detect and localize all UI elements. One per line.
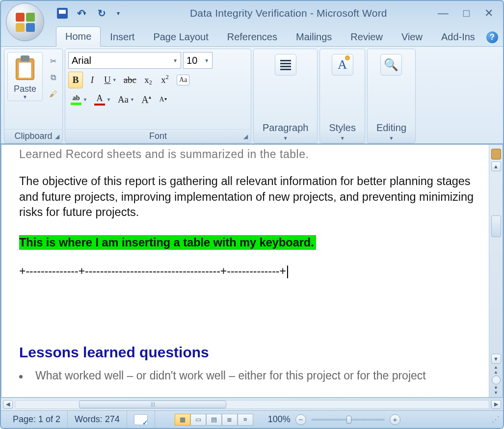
editing-button[interactable]: 🔍 bbox=[380, 54, 402, 76]
window-title: Data Integrity Verification - Microsoft … bbox=[139, 7, 438, 19]
group-paragraph: Paragraph ▼ bbox=[253, 49, 318, 143]
outline-view[interactable]: ≣ bbox=[222, 414, 238, 426]
view-switcher: ▦ ▭ ▤ ≣ ≡ bbox=[175, 414, 253, 426]
bold-button[interactable]: B bbox=[68, 72, 83, 88]
change-case-button[interactable]: Aa▼ bbox=[115, 91, 137, 108]
redo-button[interactable]: ↻ bbox=[94, 6, 109, 21]
chevron-down-icon[interactable]: ▼ bbox=[130, 97, 134, 102]
word-count[interactable]: Words: 274 bbox=[68, 411, 127, 428]
paragraph-button[interactable] bbox=[275, 54, 296, 76]
group-font: ▼ ▼ B I U▼ abc x2 x2 Aa ab▼ A▼ Aa▼ A▴ A▾… bbox=[65, 49, 251, 143]
group-clipboard: Paste ▼ ✂ ⧉ 🖌 Clipboard◢ bbox=[4, 49, 63, 143]
font-size-combo[interactable]: ▼ bbox=[183, 52, 212, 69]
resize-grip[interactable]: ⋰ bbox=[492, 415, 498, 424]
spellcheck-status[interactable] bbox=[127, 411, 155, 428]
tab-references[interactable]: References bbox=[218, 27, 287, 47]
highlight-swatch-icon bbox=[71, 103, 81, 105]
font-launcher[interactable]: ◢ bbox=[243, 133, 248, 140]
hscroll-track[interactable] bbox=[15, 400, 489, 409]
zoom-in-button[interactable]: + bbox=[390, 414, 400, 425]
chevron-down-icon[interactable]: ▼ bbox=[204, 58, 209, 63]
clipboard-launcher[interactable]: ◢ bbox=[55, 133, 59, 140]
chevron-down-icon[interactable]: ▼ bbox=[83, 97, 87, 102]
styles-label: Styles bbox=[329, 122, 355, 134]
italic-button[interactable]: I bbox=[85, 72, 100, 88]
font-color-button[interactable]: A▼ bbox=[92, 91, 113, 108]
save-button[interactable] bbox=[55, 6, 70, 21]
spellcheck-icon bbox=[134, 414, 148, 425]
chevron-down-icon[interactable]: ▼ bbox=[23, 94, 27, 100]
subscript-button[interactable]: x2 bbox=[141, 72, 156, 88]
cut-button[interactable]: ✂ bbox=[47, 55, 59, 67]
styles-button[interactable]: A bbox=[332, 54, 353, 76]
grow-font-button[interactable]: A▴ bbox=[139, 91, 154, 108]
tab-insert[interactable]: Insert bbox=[101, 27, 144, 47]
tab-page-layout[interactable]: Page Layout bbox=[144, 27, 217, 47]
help-button[interactable]: ? bbox=[486, 31, 498, 43]
zoom-slider[interactable] bbox=[311, 419, 385, 421]
underline-button[interactable]: U▼ bbox=[102, 72, 119, 88]
font-size-input[interactable] bbox=[186, 55, 202, 66]
browse-object-button[interactable] bbox=[492, 375, 501, 384]
scroll-down-button[interactable]: ▼ bbox=[491, 354, 501, 364]
zoom-level[interactable]: 100% bbox=[268, 414, 291, 425]
scroll-left-button[interactable]: ◀ bbox=[3, 400, 13, 409]
chevron-down-icon[interactable]: ▼ bbox=[340, 135, 345, 141]
next-page-button[interactable]: ▼▼ bbox=[492, 386, 501, 394]
web-layout-view[interactable]: ▤ bbox=[206, 414, 222, 426]
draft-view[interactable]: ≡ bbox=[238, 414, 253, 426]
copy-icon: ⧉ bbox=[51, 73, 56, 82]
chevron-down-icon[interactable]: ▼ bbox=[82, 11, 87, 16]
strikethrough-button[interactable]: abc bbox=[121, 72, 139, 88]
tab-add-ins[interactable]: Add-Ins bbox=[432, 27, 484, 47]
office-button[interactable] bbox=[6, 3, 44, 41]
maximize-button[interactable]: □ bbox=[463, 7, 470, 20]
body-paragraph: The objective of this report is gatherin… bbox=[19, 174, 489, 220]
print-layout-view[interactable]: ▦ bbox=[175, 414, 190, 426]
format-painter-button[interactable]: 🖌 bbox=[47, 88, 59, 100]
font-name-combo[interactable]: ▼ bbox=[68, 52, 181, 69]
vertical-scrollbar: ▲ ▼ ▲▲ ▼▼ bbox=[489, 145, 503, 397]
superscript-button[interactable]: x2 bbox=[158, 72, 172, 88]
zoom-handle[interactable] bbox=[346, 416, 351, 424]
highlight-color-button[interactable]: ab▼ bbox=[68, 91, 90, 108]
paragraph-icon bbox=[280, 60, 291, 70]
zoom-controls: 100% − + bbox=[268, 414, 400, 425]
document-page[interactable]: Learned Record sheets and is summarized … bbox=[1, 145, 489, 397]
chevron-down-icon[interactable]: ▼ bbox=[389, 135, 394, 141]
clear-formatting-button[interactable]: Aa bbox=[174, 72, 192, 88]
close-button[interactable]: ✕ bbox=[484, 7, 493, 20]
styles-icon: A bbox=[338, 57, 347, 72]
tab-home[interactable]: Home bbox=[56, 27, 101, 47]
table-ascii-input: +--------------+------------------------… bbox=[19, 264, 489, 279]
highlighted-line: This is where I am inserting a table wit… bbox=[19, 235, 489, 251]
customize-qat-button[interactable]: ▾ bbox=[117, 10, 120, 17]
copy-button[interactable]: ⧉ bbox=[47, 72, 59, 83]
shrink-font-button[interactable]: A▾ bbox=[156, 91, 170, 108]
full-screen-view[interactable]: ▭ bbox=[190, 414, 206, 426]
tab-review[interactable]: Review bbox=[341, 27, 392, 47]
paste-button[interactable]: Paste ▼ bbox=[7, 52, 43, 101]
undo-button[interactable]: ↶▼ bbox=[75, 6, 89, 21]
tab-mailings[interactable]: Mailings bbox=[287, 27, 341, 47]
paste-icon bbox=[15, 55, 35, 82]
tab-view[interactable]: View bbox=[392, 27, 432, 47]
scroll-right-button[interactable]: ▶ bbox=[491, 400, 501, 409]
document-map-button[interactable] bbox=[491, 149, 501, 160]
scroll-thumb[interactable] bbox=[491, 215, 501, 237]
chevron-down-icon[interactable]: ▼ bbox=[173, 58, 178, 63]
chevron-down-icon[interactable]: ▼ bbox=[283, 135, 288, 141]
ribbon: Paste ▼ ✂ ⧉ 🖌 Clipboard◢ ▼ ▼ B I U▼ abc … bbox=[1, 46, 503, 144]
minimize-button[interactable]: — bbox=[438, 7, 449, 20]
font-name-input[interactable] bbox=[72, 55, 171, 66]
horizontal-scrollbar: ◀ ▶ bbox=[1, 398, 503, 410]
hscroll-thumb[interactable] bbox=[79, 401, 226, 408]
chevron-down-icon[interactable]: ▼ bbox=[106, 97, 111, 102]
save-icon bbox=[57, 8, 68, 19]
zoom-out-button[interactable]: − bbox=[295, 414, 306, 425]
heading-lessons-learned: Lessons learned questions bbox=[19, 343, 489, 363]
previous-page-button[interactable]: ▲▲ bbox=[492, 366, 501, 374]
chevron-down-icon[interactable]: ▼ bbox=[112, 78, 117, 82]
page-indicator[interactable]: Page: 1 of 2 bbox=[6, 411, 68, 428]
scroll-up-button[interactable]: ▲ bbox=[491, 161, 501, 171]
